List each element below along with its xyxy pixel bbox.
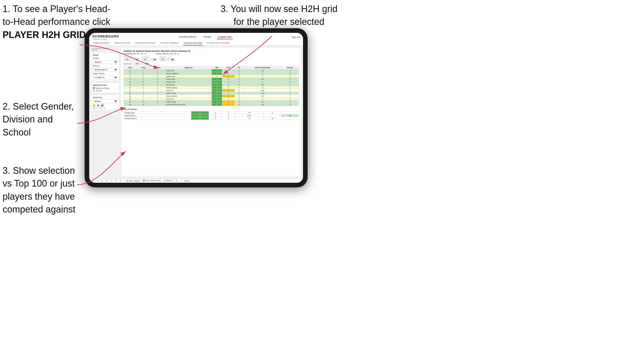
table-row: 13 1 1 Jessica Huang 1 0 0 -3 2 <box>124 86 299 89</box>
cell-conf: 2 <box>150 98 165 100</box>
cell-diff: 4 <box>244 72 281 75</box>
col-loss: Loss <box>222 66 235 69</box>
sub-team-h2h-grid[interactable]: TEAM H2H GRID <box>114 41 131 45</box>
cell-tie: 0 <box>235 92 244 95</box>
table-row: 5 2 2 Alexis Sudjianto 1 0 0 4 3 <box>124 72 299 75</box>
col-win: Win <box>212 66 222 69</box>
toolbar-share[interactable]: Share <box>184 180 190 182</box>
cell-rounds: 2 <box>281 98 299 100</box>
cell-reg: 10 <box>136 100 150 103</box>
region-select[interactable]: (All) <box>124 58 139 61</box>
toolbar-download[interactable]: ⬇ <box>175 179 178 182</box>
toolbar-zoom[interactable]: ⊕ <box>119 179 122 182</box>
sub-player-h2h-heatmap[interactable]: PLAYER H2H HEATMAP <box>206 41 230 45</box>
cell-loss: 0 <box>222 78 235 81</box>
toolbar-undo[interactable]: ↩ <box>91 179 94 182</box>
cell-opponent: Esther Lee <box>165 69 212 72</box>
toolbar-expand[interactable]: ↕ <box>179 180 182 182</box>
toolbar-undo2[interactable]: ↩ <box>100 179 104 182</box>
logo: SCOREBOARD Powered by clippd <box>92 34 119 40</box>
cell-conf: 1 <box>150 69 165 72</box>
cell-loss: 1 <box>222 100 235 103</box>
player-label: Player <box>93 54 118 56</box>
grid-records: Overall Record: 353 - 34 - 6 Division Re… <box>124 53 299 55</box>
colour-select[interactable]: Win/loss <box>93 99 118 103</box>
cell-div: 6 <box>124 75 136 78</box>
col-reg: # Reg <box>136 66 150 69</box>
nav-top: SCOREBOARD Powered by clippd TOURNAMENTS… <box>92 34 300 40</box>
dot-up <box>101 104 104 107</box>
cell-loss: 0 <box>222 92 235 95</box>
sub-player-h2h-grid[interactable]: PLAYER H2H GRID <box>183 41 203 45</box>
cell-loss: 1 <box>222 75 235 78</box>
cell-rounds: 3 <box>281 75 299 78</box>
cell-team: NCAA Division 2 <box>124 117 191 120</box>
table-row: 11 2 5 Heejo Hyun 1 0 0 3.33 3 <box>124 83 299 86</box>
label-down: Down <box>93 107 97 109</box>
opponent-select[interactable]: (All) <box>159 58 175 61</box>
player-section: Player Gender Women's Division NCAA Divi… <box>91 52 119 81</box>
annotation-lm-1: 2. Select Gender, <box>3 101 74 112</box>
cell-rounds: 3 <box>281 72 299 75</box>
sub-team-summary[interactable]: TEAM SUMMARY <box>92 41 110 45</box>
sub-player-summary[interactable]: PLAYER SUMMARY <box>160 41 180 45</box>
radio-opponents-played[interactable]: Opponents Played <box>93 87 118 89</box>
cell-div: 18 <box>124 98 136 100</box>
toolbar-watch[interactable]: 👁 Watch ▾ <box>163 179 173 182</box>
cell-diff: 1.25 <box>244 92 281 95</box>
col-diff: Diff Av Strokes/Rnd <box>244 66 281 69</box>
cell-conf: 5 <box>150 92 165 95</box>
opponent-view-label: Opponent view <box>93 84 118 86</box>
opponent-filter: Opponent (All) <box>159 56 175 61</box>
annotation-left-bot: 3. Show selection vs Top 100 or just pla… <box>3 164 75 216</box>
cell-opponent: Stella Cheng <box>165 92 212 95</box>
cell-div: 14 <box>124 89 136 92</box>
cell-opponent: Federica Domecq Lacroze <box>165 103 212 106</box>
cell-conf: 6 <box>150 100 165 103</box>
nav-sub: TEAM SUMMARY TEAM H2H GRID TEAM H2H HEAT… <box>92 41 300 45</box>
toolbar-refresh[interactable]: ↺ <box>114 179 117 182</box>
sub-team-h2h-heatmap[interactable]: TEAM H2H HEATMAP <box>134 41 156 45</box>
cell-win: 5 <box>191 117 209 120</box>
cell-loss: 0 <box>222 81 235 83</box>
opponents-select[interactable]: (All) <box>134 62 149 65</box>
region-filter: Region (All) <box>124 56 139 61</box>
grid-title: Katelyn Vo Head-to-Head Grid for Women's… <box>124 50 299 52</box>
cell-reg: 6 <box>136 81 150 83</box>
col-opponent: Opponent <box>165 66 212 69</box>
cell-loss: 0 <box>209 114 222 117</box>
toolbar-save-custom[interactable]: 💾 Save Custom View <box>142 179 162 182</box>
nav-teams[interactable]: TEAMS <box>202 35 212 39</box>
cell-opponent: Sydney Kuo <box>165 75 212 78</box>
gender-select[interactable]: Women's <box>93 60 118 64</box>
annotation-text-1: 1. To see a Player's Head- <box>3 4 110 14</box>
filter-row: Region (All) Conference (All) Opponent <box>124 56 299 61</box>
cell-tie: 0 <box>235 89 244 92</box>
toolbar-redo[interactable]: ↪ <box>96 179 99 182</box>
toolbar-grid[interactable]: ⊞ <box>105 179 108 182</box>
annotation-top-right: 3. You will now see H2H grid for the pla… <box>220 3 337 28</box>
out-division-row: NCAA Division 2 5 0 0 7.4 10 <box>124 117 299 120</box>
out-division-header: Out of division <box>124 108 299 110</box>
nav-committee[interactable]: COMMITTEE <box>217 35 233 39</box>
conference-select[interactable]: (All) <box>142 58 157 61</box>
cell-div: 11 <box>124 83 136 86</box>
cell-reg: 1 <box>136 95 150 98</box>
sign-out-button[interactable]: Sign out <box>291 36 300 38</box>
nav-bar: SCOREBOARD Powered by clippd TOURNAMENTS… <box>89 33 303 46</box>
cell-rounds: 4 <box>281 81 299 83</box>
nav-tournaments[interactable]: TOURNAMENTS <box>178 35 197 39</box>
table-row: 19 10 6 Emily Chang 4 1 0 0.3 11 <box>124 100 299 103</box>
cell-div: 16 <box>124 95 136 98</box>
tablet-frame: SCOREBOARD Powered by clippd TOURNAMENTS… <box>85 28 308 187</box>
cell-tie: 1 <box>235 69 244 72</box>
cell-reg: 2 <box>136 72 150 75</box>
radio-top100[interactable]: Top 100 <box>93 90 118 92</box>
out-division-row: NAIA Division 1 15 0 0 9.267 30 <box>124 114 299 117</box>
player-rank-select[interactable]: 8. Katelyn Vo <box>93 75 118 79</box>
division-select[interactable]: NCAA Division III <box>93 68 118 72</box>
cell-win: 4 <box>212 100 222 103</box>
toolbar-view-original[interactable]: 🖥 View: Original <box>126 180 140 182</box>
cell-diff: 3.33 <box>244 83 281 86</box>
toolbar-arrow[interactable]: ↰ <box>110 179 113 182</box>
